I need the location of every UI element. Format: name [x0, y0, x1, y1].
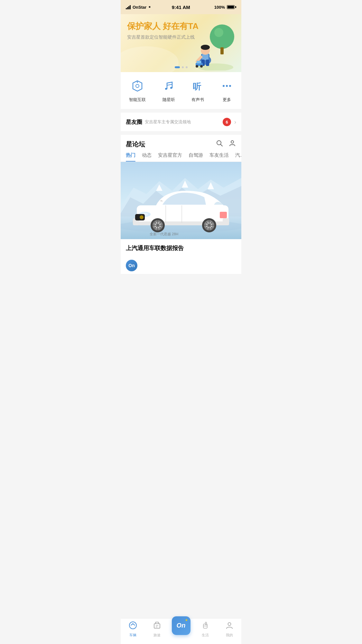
action-more[interactable]: 更多 — [221, 80, 233, 103]
tab-hot[interactable]: 热门 — [126, 152, 135, 162]
xinyouquan-section: 星友圈 安吉星车主专属交流领地 6 › — [121, 113, 241, 132]
tab-dynamic[interactable]: 动态 — [142, 152, 152, 162]
action-music[interactable]: 随星听 — [162, 80, 175, 103]
carrier-label: OnStar — [133, 5, 146, 10]
svg-point-28 — [231, 141, 234, 143]
dot-3 — [186, 66, 188, 68]
action-label-audiobook: 有声书 — [191, 97, 204, 103]
svg-point-19 — [165, 88, 167, 90]
svg-line-21 — [167, 84, 172, 85]
action-audiobook[interactable]: 听 有声书 — [191, 80, 204, 103]
svg-point-17 — [136, 84, 139, 88]
tab-official[interactable]: 安吉星官方 — [158, 152, 182, 162]
bluetooth-icon — [211, 5, 212, 10]
xinyouquan-badge: 6 — [223, 118, 231, 126]
svg-rect-15 — [197, 61, 201, 63]
banner[interactable]: 保护家人 好在有TA 安吉星首款定位智能硬件正式上线 — [121, 14, 241, 72]
svg-point-18 — [137, 81, 138, 83]
article-title: 上汽通用车联数据报告 — [126, 244, 236, 252]
tab-lifestyle[interactable]: 车友生活 — [209, 152, 229, 162]
status-right: 100% — [211, 5, 236, 10]
status-left: OnStar ⁌ — [126, 5, 151, 10]
svg-point-44 — [140, 215, 144, 219]
banner-subtitle: 安吉星首款定位智能硬件正式上线 — [127, 34, 235, 40]
user-icon[interactable] — [228, 139, 236, 149]
music-icon — [162, 80, 175, 94]
tab-roadtrip[interactable]: 自驾游 — [189, 152, 203, 162]
tab-more[interactable]: 汽… — [235, 152, 241, 162]
signal-icon — [126, 5, 131, 9]
xinyouquan-subtitle: 安吉星车主专属交流领地 — [145, 119, 223, 125]
battery-percent: 100% — [214, 5, 225, 10]
svg-text:听: 听 — [193, 82, 201, 91]
svg-line-27 — [221, 145, 223, 146]
svg-text:全新一代君越 28H: 全新一代君越 28H — [150, 232, 178, 236]
svg-rect-45 — [220, 212, 227, 218]
svg-rect-3 — [220, 47, 224, 54]
article-section: 上汽通用车联数据报告 On — [121, 239, 241, 274]
svg-point-13 — [196, 65, 198, 68]
svg-point-24 — [226, 85, 228, 87]
search-icon[interactable] — [216, 139, 223, 149]
svg-point-20 — [170, 87, 172, 89]
wifi-icon: ⁌ — [148, 5, 151, 10]
forum-title: 星论坛 — [126, 140, 210, 149]
svg-rect-11 — [206, 60, 209, 66]
battery-icon — [227, 5, 236, 9]
svg-point-25 — [229, 85, 231, 87]
svg-point-14 — [200, 65, 203, 68]
action-smart-connect[interactable]: 智能互联 — [129, 80, 146, 103]
article-avatar: On — [126, 260, 137, 271]
smart-connect-icon — [131, 80, 144, 94]
action-label-more: 更多 — [223, 97, 231, 103]
status-time: 9:41 AM — [172, 5, 190, 10]
forum-tabs: 热门 动态 安吉星官方 自驾游 车友生活 汽… — [121, 152, 241, 162]
forum-header: 星论坛 — [121, 135, 241, 152]
svg-rect-40 — [223, 218, 229, 225]
banner-dots — [175, 66, 188, 68]
more-icon — [221, 80, 233, 94]
dot-2 — [182, 66, 184, 68]
xinyouquan-row[interactable]: 星友圈 安吉星车主专属交流领地 6 › — [121, 113, 241, 132]
dot-1 — [175, 66, 180, 68]
chevron-right-icon: › — [234, 119, 236, 126]
banner-title: 保护家人 好在有TA — [127, 21, 235, 32]
svg-point-23 — [223, 85, 225, 87]
forum-section: 星论坛 热门 动态 安吉星官方 自驾游 车友生活 汽… — [121, 135, 241, 274]
quick-actions: 智能互联 随星听 听 有声书 更多 — [121, 72, 241, 109]
status-bar: OnStar ⁌ 9:41 AM 100% — [121, 0, 241, 14]
action-label-smart: 智能互联 — [129, 97, 146, 103]
audiobook-icon: 听 — [192, 80, 204, 94]
car-banner-image[interactable]: 全新一代君越 28H — [121, 162, 241, 239]
svg-point-8 — [201, 45, 210, 50]
xinyouquan-title: 星友圈 — [126, 118, 142, 126]
action-label-music: 随星听 — [162, 97, 175, 103]
